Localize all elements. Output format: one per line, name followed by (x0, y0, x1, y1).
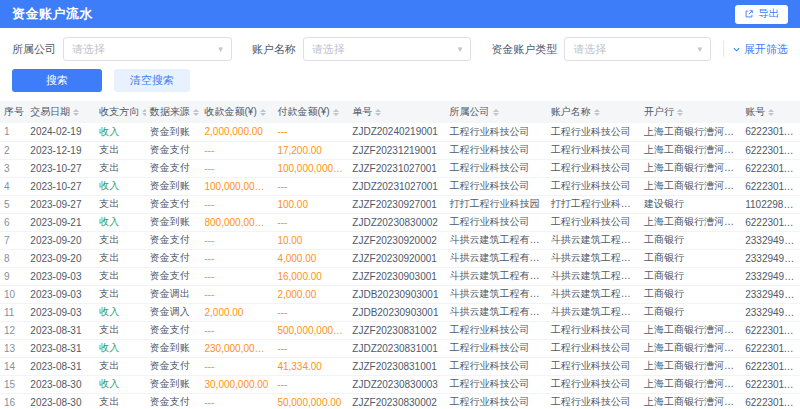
cell-receive: 30,000,000.00 (200, 375, 273, 393)
cell-bank: 上海工商银行漕河泾支行 (640, 123, 741, 141)
cell-bank: 上海工商银行漕河泾支行 (640, 339, 741, 357)
table-row[interactable]: 102023-09-03支出资金调出---2,000.00ZJDB2023090… (0, 285, 800, 303)
cell-bank: 上海工商银行漕河泾支行 (640, 159, 741, 177)
column-header-source[interactable]: 数据来源 (146, 101, 201, 123)
export-label: 导出 (758, 7, 779, 21)
cell-receive: --- (200, 195, 273, 213)
cell-date: 2023-09-20 (26, 249, 95, 267)
table-row[interactable]: 92023-09-03支出资金支付---16,000.00ZJZF2023090… (0, 267, 800, 285)
cell-no: 2 (0, 141, 26, 159)
table-row[interactable]: 162023-08-30支出资金支付---50,000,000.00ZJZF20… (0, 393, 800, 409)
sort-icon[interactable] (142, 109, 146, 116)
cell-account: 打打工程行业科技园 (547, 195, 640, 213)
cell-account: 工程行业科技公司 (547, 321, 640, 339)
column-header-order[interactable]: 单号 (348, 101, 445, 123)
cell-direction: 收入 (95, 177, 146, 195)
table-row[interactable]: 22023-12-19支出资金支付---17,200.00ZJZF2023121… (0, 141, 800, 159)
cell-date: 2023-08-31 (26, 339, 95, 357)
sort-icon[interactable] (768, 109, 774, 116)
column-header-receive[interactable]: 收款金额(¥) (200, 101, 273, 123)
column-header-company[interactable]: 所属公司 (446, 101, 547, 123)
sort-icon[interactable] (493, 109, 499, 116)
select-placeholder: 请选择 (573, 42, 606, 57)
table-row[interactable]: 132023-08-31收入资金到账230,000,000.00---ZJDZ2… (0, 339, 800, 357)
sort-icon[interactable] (677, 109, 683, 116)
cell-number: 23329499... (741, 303, 800, 321)
column-header-pay[interactable]: 付款金额(¥) (273, 101, 348, 123)
sort-icon[interactable] (594, 109, 600, 116)
cell-date: 2023-09-03 (26, 285, 95, 303)
column-header-account[interactable]: 账户名称 (547, 101, 640, 123)
table-row[interactable]: 72023-09-20支出资金支付---10.00ZJZF20230920002… (0, 231, 800, 249)
cell-pay: --- (273, 123, 348, 141)
table-row[interactable]: 122023-08-31支出资金支付---500,000,000.00ZJZF2… (0, 321, 800, 339)
cell-order: ZJDZ20230830003 (348, 375, 445, 393)
export-button[interactable]: 导出 (735, 5, 788, 24)
table-row[interactable]: 112023-09-03收入资金调入2,000.00---ZJDB2023090… (0, 303, 800, 321)
sort-icon[interactable] (333, 109, 339, 116)
cell-pay: --- (273, 303, 348, 321)
table-row[interactable]: 82023-09-20支出资金支付---4,000.00ZJZF20230920… (0, 249, 800, 267)
cell-no: 11 (0, 303, 26, 321)
filter-field-company: 所属公司请选择▾ (12, 37, 232, 61)
cell-receive: 2,000,000.00 (200, 123, 273, 141)
cell-number: 62223011... (741, 357, 800, 375)
account-type-select[interactable]: 请选择▾ (564, 37, 711, 61)
cell-order: ZJDZ20230831001 (348, 339, 445, 357)
cell-source: 资金到账 (146, 177, 201, 195)
search-button[interactable]: 搜索 (12, 69, 102, 92)
table-row[interactable]: 42023-10-27收入资金到账100,000,000.00---ZJDZ20… (0, 177, 800, 195)
cell-receive: --- (200, 231, 273, 249)
cell-company: 工程行业科技公司 (446, 339, 547, 357)
expand-filters-link[interactable]: 展开筛选 (732, 42, 788, 57)
table-row[interactable]: 152023-08-30收入资金到账30,000,000.00---ZJDZ20… (0, 375, 800, 393)
cell-number: 62223011... (741, 141, 800, 159)
filter-right: 展开筛选 (723, 41, 788, 57)
cell-date: 2023-09-21 (26, 213, 95, 231)
cell-order: ZJZF20230920001 (348, 249, 445, 267)
clear-search-button[interactable]: 清空搜索 (114, 69, 190, 92)
cell-pay: 100.00 (273, 195, 348, 213)
cell-number: 23329499... (741, 249, 800, 267)
cell-bank: 上海工商银行漕河泾支行 (640, 141, 741, 159)
cell-date: 2024-02-19 (26, 123, 95, 141)
column-header-number[interactable]: 账号 (741, 101, 800, 123)
column-header-bank[interactable]: 开户行 (640, 101, 741, 123)
cell-pay: --- (273, 339, 348, 357)
table-row[interactable]: 12024-02-19收入资金到账2,000,000.00---ZJDZ2024… (0, 123, 800, 141)
column-label: 收支方向 (99, 106, 139, 117)
table-row[interactable]: 52023-09-27支出资金支付---100.00ZJZF2023092700… (0, 195, 800, 213)
select-placeholder: 请选择 (72, 42, 105, 57)
cell-company: 工程行业科技公司 (446, 177, 547, 195)
page-header: 资金账户流水 导出 (0, 0, 800, 28)
column-header-date[interactable]: 交易日期 (26, 101, 95, 123)
cell-date: 2023-09-20 (26, 231, 95, 249)
column-label: 付款金额(¥) (277, 106, 329, 117)
cell-date: 2023-08-31 (26, 357, 95, 375)
cell-source: 资金调出 (146, 285, 201, 303)
filter-label-account-name: 账户名称 (252, 42, 296, 57)
sort-icon[interactable] (260, 109, 266, 116)
table-row[interactable]: 62023-09-21收入资金到账800,000,000.00---ZJDZ20… (0, 213, 800, 231)
cell-order: ZJZF20230830002 (348, 393, 445, 409)
cell-date: 2023-08-31 (26, 321, 95, 339)
sort-icon[interactable] (375, 109, 381, 116)
cell-source: 资金到账 (146, 339, 201, 357)
company-select[interactable]: 请选择▾ (63, 37, 232, 61)
cell-no: 5 (0, 195, 26, 213)
cell-date: 2023-10-27 (26, 159, 95, 177)
cell-direction: 收入 (95, 339, 146, 357)
table-row[interactable]: 142023-08-31支出资金支付---41,334.00ZJZF202308… (0, 357, 800, 375)
table-row[interactable]: 32023-10-27支出资金支付---100,000,000.00ZJZF20… (0, 159, 800, 177)
fund-account-flow-page: 资金账户流水 导出 所属公司请选择▾账户名称请选择▾资金账户类型请选择▾ (0, 0, 800, 409)
column-header-direction[interactable]: 收支方向 (95, 101, 146, 123)
cell-date: 2023-09-03 (26, 303, 95, 321)
column-label: 开户行 (644, 106, 674, 117)
sort-icon[interactable] (73, 109, 79, 116)
cell-source: 资金到账 (146, 375, 201, 393)
account-name-select[interactable]: 请选择▾ (303, 37, 472, 61)
cell-number: 62223011... (741, 213, 800, 231)
sort-icon[interactable] (193, 109, 199, 116)
cell-order: ZJZF20230831001 (348, 357, 445, 375)
cell-no: 6 (0, 213, 26, 231)
